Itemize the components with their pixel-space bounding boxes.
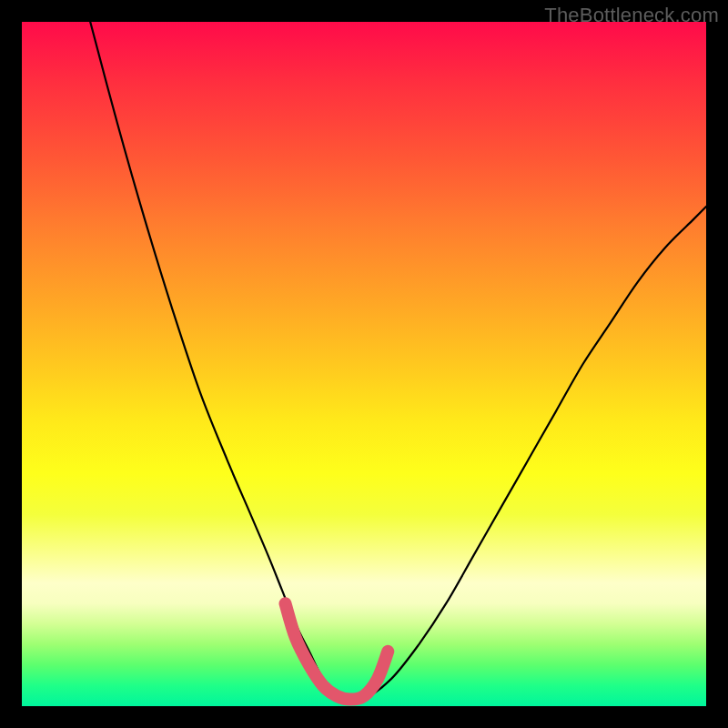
optimal-zone-path [286,603,389,699]
bottleneck-curve-path [90,22,706,701]
outer-frame: TheBottleneck.com [0,0,728,728]
plot-area [22,22,706,706]
curve-svg [22,22,706,706]
